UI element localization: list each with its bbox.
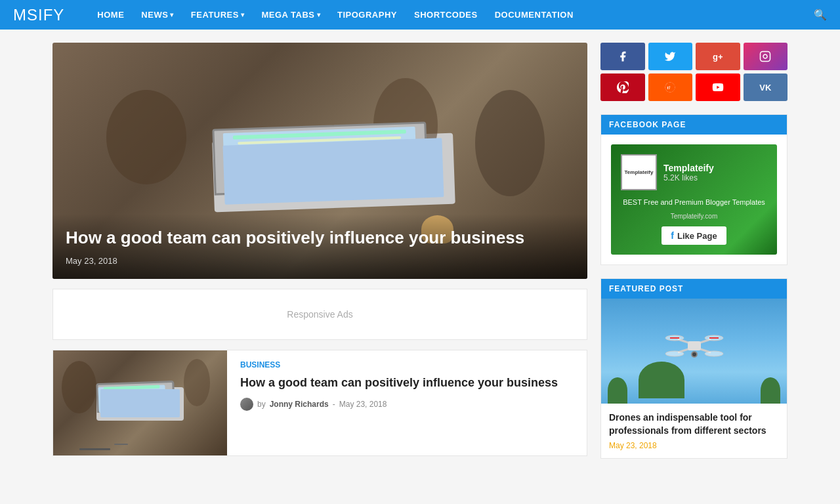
post-title[interactable]: How a good team can positively influence… (240, 375, 580, 391)
nav-mega-tabs[interactable]: MEGA TABS ▾ (255, 10, 327, 20)
youtube-button[interactable] (696, 74, 740, 101)
hero-overlay: How a good team can positively influence… (52, 214, 587, 279)
instagram-button[interactable] (744, 43, 788, 70)
social-grid: g+ r/ VK (600, 43, 788, 101)
logo-light: IFY (38, 6, 64, 24)
gplus-icon: g+ (713, 52, 723, 62)
vk-button[interactable]: VK (744, 74, 788, 101)
post-meta: by Jonny Richards - May 23, 2018 (240, 398, 580, 411)
fb-page-header: Templateify Templateify 5.2K likes (621, 154, 767, 190)
reddit-button[interactable]: r/ (648, 74, 693, 101)
featured-title[interactable]: Drones an indispensable tool for profess… (609, 411, 779, 437)
post-thumbnail[interactable] (53, 350, 227, 455)
post-info: Business How a good team can positively … (237, 350, 587, 455)
svg-point-17 (692, 352, 696, 356)
nav-shortcodes[interactable]: SHORTCODES (408, 10, 484, 20)
main-content: How a good team can positively influence… (52, 43, 587, 472)
author-name[interactable]: Jonny Richards (270, 400, 329, 409)
featured-date: May 23, 2018 (609, 441, 779, 450)
nav-features[interactable]: FEATURES ▾ (184, 10, 251, 20)
tree-left (608, 377, 627, 404)
meta-dash: - (333, 400, 335, 409)
fb-like-label: Like Page (677, 231, 717, 241)
sidebar: g+ r/ VK FACEBOOK PAGE (600, 43, 788, 472)
fb-page-inner: Templateify Templateify 5.2K likes BEST … (611, 144, 777, 255)
nav-news[interactable]: NEWS ▾ (135, 10, 180, 20)
fb-icon: f (671, 230, 674, 241)
fb-like-button[interactable]: f Like Page (662, 226, 726, 245)
hero-date: May 23, 2018 (66, 256, 574, 266)
post-category[interactable]: Business (240, 360, 580, 369)
hero-title: How a good team can positively influence… (66, 227, 574, 249)
search-button[interactable]: 🔍 (814, 9, 827, 21)
ad-label: Responsive Ads (287, 309, 352, 320)
nav-news-arrow: ▾ (170, 11, 174, 18)
by-label: by (257, 400, 266, 409)
facebook-page-section: FACEBOOK PAGE Templateify Templateify 5.… (600, 114, 788, 265)
nav-home[interactable]: HOME (91, 10, 131, 20)
site-logo[interactable]: MSIFY (13, 6, 64, 24)
fb-page-widget: Templateify Templateify 5.2K likes BEST … (601, 135, 787, 264)
fb-logo-text: Templateify (625, 169, 654, 176)
fb-page-likes: 5.2K likes (663, 173, 714, 182)
svg-rect-0 (761, 52, 770, 62)
avatar (240, 398, 253, 411)
nav-mega-arrow: ▾ (317, 11, 321, 18)
facebook-button[interactable] (600, 43, 645, 70)
featured-info: Drones an indispensable tool for profess… (601, 404, 787, 458)
nav-typography[interactable]: TIPOGRAPHY (331, 10, 404, 20)
page-container: How a good team can positively influence… (46, 30, 794, 485)
site-header: MSIFY HOME NEWS ▾ FEATURES ▾ MEGA TABS ▾… (0, 0, 840, 30)
ad-block: Responsive Ads (52, 289, 587, 340)
featured-section-header: FEATURED POST (601, 279, 787, 299)
featured-post-section: FEATURED POST (600, 278, 788, 459)
svg-point-13 (705, 351, 723, 356)
svg-text:r/: r/ (667, 85, 671, 90)
fb-logo-box: Templateify (621, 154, 657, 190)
vk-icon: VK (759, 83, 771, 93)
svg-rect-9 (688, 341, 701, 350)
twitter-button[interactable] (648, 43, 693, 70)
featured-thumbnail[interactable] (601, 299, 787, 404)
post-date: May 23, 2018 (339, 400, 387, 409)
pinterest-button[interactable] (600, 74, 645, 101)
fb-page-name: Templateify (663, 163, 714, 173)
fb-page-url: Templateify.com (671, 213, 718, 220)
facebook-section-header: FACEBOOK PAGE (601, 115, 787, 135)
logo-bold: MS (13, 6, 38, 24)
hero-post[interactable]: How a good team can positively influence… (52, 43, 587, 279)
svg-point-12 (665, 351, 684, 356)
fb-page-desc: BEST Free and Premium Blogger Templates (623, 198, 765, 206)
drone-svg (665, 320, 724, 366)
tree-right (761, 377, 780, 404)
google-plus-button[interactable]: g+ (696, 43, 740, 70)
tree-center (639, 362, 685, 398)
fb-page-details: Templateify 5.2K likes (663, 163, 714, 182)
nav-documentation[interactable]: DOCUMENTATION (488, 10, 580, 20)
post-list-item: Business How a good team can positively … (52, 350, 587, 456)
nav-features-arrow: ▾ (241, 11, 245, 18)
main-nav: HOME NEWS ▾ FEATURES ▾ MEGA TABS ▾ TIPOG… (91, 10, 814, 20)
